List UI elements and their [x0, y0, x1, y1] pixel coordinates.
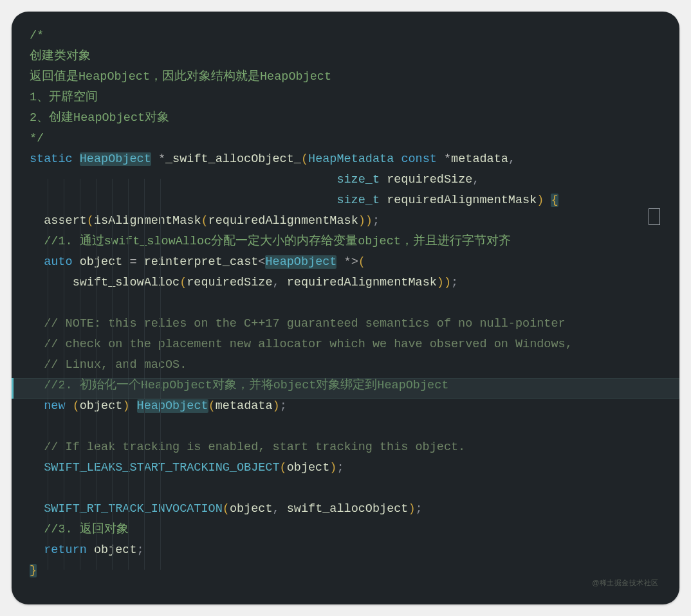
indent-guide [112, 179, 113, 570]
comment-close: */ [30, 132, 44, 145]
paren-open: ( [280, 461, 287, 475]
semicolon: ; [451, 276, 458, 289]
semicolon: ; [280, 399, 287, 413]
paren-close: ) [444, 276, 451, 289]
comment-leak: // If leak tracking is enabled, start tr… [44, 440, 465, 454]
comment-note: // Linux, and macOS. [44, 358, 187, 372]
type-size-t: size_t [336, 194, 380, 207]
param-metadata: metadata [451, 152, 508, 166]
arg-requiredalign: requiredAlignmentMask [208, 214, 358, 228]
code-block: /* 创建类对象 返回值是HeapObject，因此对象结构就是HeapObje… [30, 26, 661, 581]
call-reinterpretcast: reinterpret_cast [144, 255, 259, 269]
type-heapobject: HeapObject [137, 399, 208, 413]
arg-requiredalign: requiredAlignmentMask [287, 276, 437, 289]
star-op: * [158, 152, 165, 166]
paren-close: ) [408, 502, 415, 516]
equals: = [129, 255, 136, 269]
type-heapobject: HeapObject [265, 255, 336, 269]
param-requiredsize: requiredSize [387, 173, 472, 186]
arg-object: object [287, 461, 330, 475]
cursor-indicator-icon [649, 208, 660, 225]
indent-guide [80, 179, 80, 570]
paren-open: ( [87, 214, 94, 228]
comment-line: 2、创建HeapObject对象 [30, 111, 169, 125]
macro-rt: SWIFT_RT_TRACK_INVOCATION [44, 502, 223, 516]
keyword-const: const [401, 152, 437, 166]
paren-close: ) [358, 214, 365, 228]
call-slowalloc: swift_slowAlloc [73, 276, 180, 289]
keyword-static: static [30, 152, 73, 166]
arg-requiredsize: requiredSize [187, 276, 272, 289]
comma: , [472, 173, 479, 186]
comment-note: // check on the placement new allocator … [44, 338, 573, 351]
semicolon: ; [373, 214, 380, 228]
watermark: @稀土掘金技术社区 [592, 578, 659, 588]
arg-swiftalloc: swift_allocObject [287, 502, 409, 516]
indent-guide [96, 179, 97, 570]
param-requiredalign: requiredAlignmentMask [387, 194, 537, 207]
comment-line: 1、开辟空间 [30, 91, 98, 104]
star-op: * [444, 152, 451, 166]
comment-step1: //1. 通过swift_slowAlloc分配一定大小的内存给变量object… [44, 235, 511, 248]
lt: < [258, 255, 265, 269]
comment-line: 返回值是HeapObject，因此对象结构就是HeapObject [30, 70, 331, 84]
indent-guide [128, 179, 129, 570]
paren-close: ) [537, 194, 544, 207]
brace-open: { [551, 194, 558, 207]
code-card: /* 创建类对象 返回值是HeapObject，因此对象结构就是HeapObje… [12, 12, 679, 604]
star-op: * [344, 255, 351, 269]
arg-object: object [80, 399, 123, 413]
brace-close: } [30, 564, 37, 577]
indent-guide [48, 179, 48, 570]
comma: , [273, 276, 280, 289]
gt: > [351, 255, 358, 269]
semicolon: ; [416, 502, 423, 516]
type-heapmetadata: HeapMetadata [308, 152, 394, 166]
paren-open: ( [223, 502, 230, 516]
arg-metadata: metadata [216, 399, 273, 413]
comment-line: 创建类对象 [30, 50, 91, 63]
paren-close: ) [437, 276, 444, 289]
comma: , [508, 152, 515, 166]
paren-close: ) [273, 399, 280, 413]
paren-open: ( [301, 152, 308, 166]
comment-open: /* [30, 29, 44, 42]
paren-open: ( [358, 255, 365, 269]
type-size-t: size_t [336, 173, 380, 186]
paren-open: ( [73, 399, 80, 413]
indent-guide [160, 179, 161, 570]
call-isalignmentmask: isAlignmentMask [94, 214, 201, 228]
paren-close: ) [329, 461, 336, 475]
comma: , [273, 502, 280, 516]
var-object: object [80, 255, 123, 269]
arg-object: object [230, 502, 273, 516]
function-name: _swift_allocObject_ [165, 152, 301, 166]
semicolon: ; [336, 461, 344, 475]
semicolon: ; [137, 543, 144, 557]
indent-guide [144, 179, 145, 570]
indent-guide [64, 179, 64, 570]
paren-open: ( [201, 214, 208, 228]
var-object: object [94, 543, 137, 557]
comment-note: // NOTE: this relies on the C++17 guaran… [44, 317, 565, 331]
type-heapobject: HeapObject [80, 152, 151, 166]
paren-open: ( [208, 399, 216, 413]
paren-close: ) [365, 214, 373, 228]
paren-open: ( [180, 276, 187, 289]
comment-step3: //3. 返回对象 [44, 523, 129, 536]
current-line-highlight [12, 378, 679, 399]
